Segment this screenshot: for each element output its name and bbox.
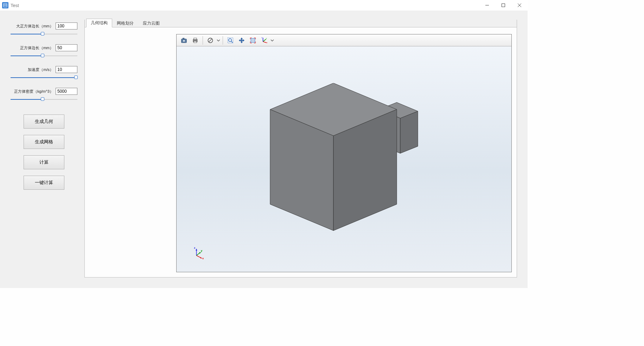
param-slider[interactable] — [11, 32, 77, 37]
svg-marker-26 — [400, 111, 418, 154]
svg-rect-18 — [251, 38, 255, 43]
generate-geometry-button[interactable]: 生成几何 — [24, 115, 64, 129]
cancel-icon[interactable] — [205, 35, 216, 45]
param-label: 大正方体边长（mm） — [11, 24, 53, 29]
tab-stress[interactable]: 应力云图 — [138, 19, 164, 27]
param-row: 正方体边长（mm） — [11, 44, 77, 58]
svg-line-17 — [231, 41, 233, 43]
svg-text:z: z — [262, 37, 263, 39]
param-input[interactable] — [56, 88, 77, 95]
svg-rect-12 — [194, 41, 197, 43]
geometry-render — [267, 83, 421, 235]
tab-mesh[interactable]: 网格划分 — [112, 19, 138, 27]
svg-text:x: x — [267, 41, 268, 44]
param-row: 大正方体边长（mm） — [11, 22, 77, 37]
param-label: 正方体边长（mm） — [11, 45, 53, 51]
one-click-compute-button[interactable]: 一键计算 — [24, 176, 64, 190]
close-button[interactable] — [511, 0, 528, 11]
titlebar: Test — [0, 0, 528, 11]
svg-rect-11 — [194, 38, 197, 39]
svg-rect-9 — [183, 38, 184, 39]
param-row: 正方体密度（kg/m^3） — [11, 88, 77, 102]
param-label: 加速度（m/s） — [11, 67, 53, 72]
param-input[interactable] — [56, 22, 77, 30]
svg-point-16 — [229, 39, 231, 41]
param-input[interactable] — [56, 66, 77, 73]
pan-icon[interactable] — [236, 35, 247, 45]
viewport-toolbar: xyz — [177, 34, 511, 46]
print-icon[interactable] — [190, 35, 200, 45]
viewport-frame: xyz — [176, 34, 512, 272]
compute-button[interactable]: 计算 — [24, 155, 64, 169]
axes-orient-icon[interactable]: xyz — [259, 35, 269, 45]
axes-triad: x y z — [191, 246, 206, 262]
svg-rect-4 — [502, 4, 505, 7]
minimize-button[interactable] — [479, 0, 495, 11]
param-slider[interactable] — [11, 97, 77, 102]
axis-x-label: x — [202, 257, 204, 260]
window-title: Test — [11, 3, 19, 8]
axis-y-label: y — [201, 249, 203, 252]
tab-strip: 几何结构网格划分应力云图 — [85, 20, 517, 27]
camera-icon[interactable] — [179, 35, 189, 45]
svg-point-8 — [183, 39, 185, 42]
param-slider[interactable] — [11, 53, 77, 58]
fit-icon[interactable] — [248, 35, 258, 45]
app-window: Test 大正方体边长（mm） 正方体边长（mm） 加速度（m/s） — [0, 0, 528, 288]
main-view-panel: 几何结构网格划分应力云图 xyz — [84, 20, 517, 278]
param-input[interactable] — [56, 44, 77, 51]
zoom-box-icon[interactable] — [225, 35, 236, 45]
app-icon — [2, 2, 8, 8]
generate-mesh-button[interactable]: 生成网格 — [24, 135, 64, 149]
toolbar-separator — [223, 36, 223, 45]
chevron-down-icon[interactable] — [270, 37, 274, 44]
parameter-panel: 大正方体边长（mm） 正方体边长（mm） 加速度（m/s） 正方体密度（kg — [11, 20, 77, 278]
param-slider[interactable] — [11, 75, 77, 80]
svg-line-19 — [263, 41, 267, 43]
maximize-button[interactable] — [495, 0, 511, 11]
viewport-3d[interactable]: x y z — [177, 46, 511, 272]
tab-geom[interactable]: 几何结构 — [86, 19, 112, 27]
toolbar-separator — [203, 36, 203, 45]
svg-marker-36 — [196, 249, 197, 250]
axis-z-label: z — [194, 246, 195, 249]
svg-line-14 — [209, 39, 212, 42]
svg-text:y: y — [266, 37, 267, 39]
svg-line-20 — [263, 39, 266, 41]
param-label: 正方体密度（kg/m^3） — [11, 89, 53, 94]
param-row: 加速度（m/s） — [11, 66, 77, 80]
svg-rect-0 — [4, 4, 7, 7]
svg-marker-32 — [200, 257, 202, 259]
chevron-down-icon[interactable] — [216, 37, 221, 44]
